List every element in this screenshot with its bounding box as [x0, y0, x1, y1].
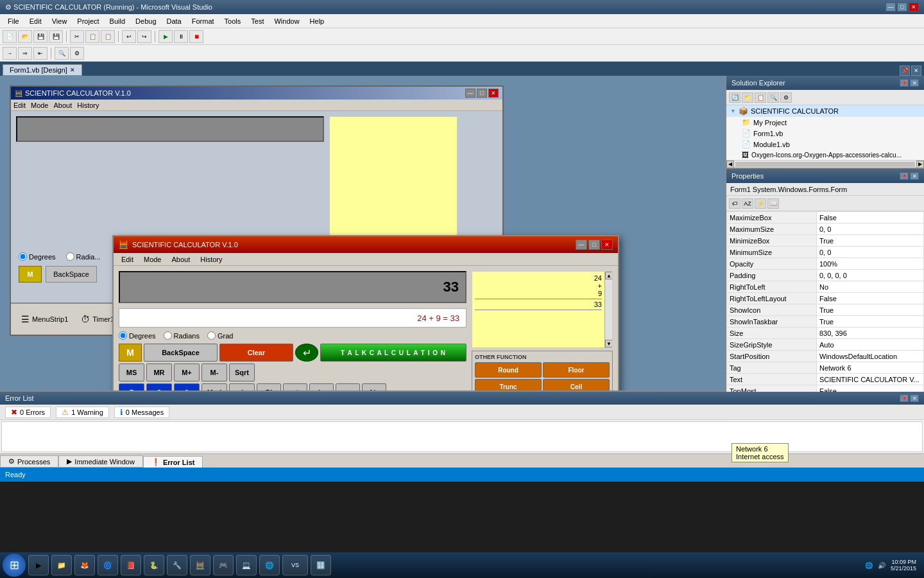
menu-test[interactable]: Test — [246, 16, 269, 26]
calc-menu-history[interactable]: History — [195, 254, 227, 265]
trunc-btn[interactable]: Trunc — [475, 379, 542, 390]
prop-value[interactable]: Network 6 — [817, 362, 924, 374]
scroll-down[interactable]: ▼ — [605, 340, 613, 347]
ex-btn[interactable]: eˣ — [283, 383, 307, 390]
bottom-close[interactable]: ✕ — [910, 394, 919, 402]
taskbar-xampp[interactable]: 🌐 — [259, 555, 280, 575]
bg-min[interactable]: — — [465, 89, 475, 98]
bg-m-btn[interactable]: M — [19, 266, 42, 283]
tb2-1[interactable]: → — [3, 47, 17, 60]
prop-value[interactable]: False — [817, 212, 924, 223]
tb-saveall[interactable]: 💾 — [49, 30, 63, 43]
prop-row[interactable]: ShowInTaskbarTrue — [727, 316, 924, 328]
prop-row[interactable]: ShowIconTrue — [727, 304, 924, 316]
hscroll-left[interactable]: ◀ — [726, 161, 734, 168]
se-close[interactable]: ✕ — [910, 79, 919, 87]
prop-row[interactable]: MinimizeBoxTrue — [727, 235, 924, 247]
calc-menu-edit[interactable]: Edit — [116, 254, 139, 265]
bg-degrees-radio[interactable] — [19, 252, 27, 261]
bg-close[interactable]: ✕ — [488, 89, 499, 98]
calc-maximize[interactable]: □ — [588, 240, 600, 250]
prop-row[interactable]: TagNetwork 6 — [727, 362, 924, 374]
mplus-btn[interactable]: M+ — [174, 363, 200, 381]
prop-row[interactable]: Opacity100% — [727, 258, 924, 270]
se-tb-5[interactable]: ⚙ — [780, 92, 792, 103]
menu-format[interactable]: Format — [187, 16, 219, 26]
active-tab[interactable]: Form1.vb [Design] ✕ — [3, 64, 82, 76]
tb-cut[interactable]: ✂ — [70, 30, 84, 43]
props-sort-cat[interactable]: 🏷 — [729, 198, 740, 209]
mod-btn[interactable]: Mod — [201, 383, 227, 390]
bg-radians-radio[interactable] — [66, 252, 74, 261]
radians-option[interactable]: Radians — [164, 331, 200, 340]
tb-run[interactable]: ▶ — [158, 30, 173, 43]
prop-value[interactable]: 0, 0, 0, 0 — [817, 270, 924, 281]
btn-9[interactable]: 9 — [174, 383, 200, 390]
scroll-up[interactable]: ▲ — [605, 272, 613, 279]
menu-project[interactable]: Project — [72, 16, 104, 26]
taskbar-calc[interactable]: 🧮 — [190, 555, 210, 575]
props-close[interactable]: ✕ — [910, 172, 919, 180]
start-button[interactable]: ⊞ — [3, 554, 26, 577]
e-btn[interactable]: e — [336, 383, 360, 390]
immediate-window-tab[interactable]: ▶ Immediate Window — [58, 455, 143, 468]
tb-open[interactable]: 📂 — [18, 30, 32, 43]
vs-minimize-btn[interactable]: — — [886, 3, 896, 12]
tb-copy[interactable]: 📋 — [85, 30, 99, 43]
tb-save[interactable]: 💾 — [33, 30, 47, 43]
tb-pause[interactable]: ⏸ — [174, 30, 188, 43]
bg-menu-history[interactable]: History — [77, 101, 99, 109]
taskbar-network[interactable]: 🌐 — [865, 562, 873, 569]
taskbar-app2[interactable]: 🔧 — [167, 555, 187, 575]
taskbar-vs[interactable]: VS — [282, 555, 308, 575]
calc-menu-mode[interactable]: Mode — [139, 254, 167, 265]
calc-menu-about[interactable]: About — [167, 254, 196, 265]
m-btn[interactable]: M — [119, 344, 142, 362]
tb2-4[interactable]: 🔍 — [55, 47, 69, 60]
taskbar-calc2[interactable]: 🔢 — [311, 555, 331, 575]
div-btn[interactable]: / — [229, 383, 255, 390]
menu-tools[interactable]: Tools — [219, 16, 246, 26]
tb-new[interactable]: 📄 — [3, 30, 17, 43]
ms-btn[interactable]: MS — [119, 363, 144, 381]
prop-value[interactable]: False — [817, 293, 924, 304]
prop-row[interactable]: MaximumSize0, 0 — [727, 223, 924, 235]
se-tb-1[interactable]: 🔄 — [729, 92, 740, 103]
tb-stop[interactable]: ⏹ — [189, 30, 203, 43]
prop-value[interactable]: True — [817, 235, 924, 247]
radians-radio[interactable] — [164, 331, 172, 340]
timer1-item[interactable]: ⏱ Timer1 — [81, 314, 114, 324]
btn-7[interactable]: 7 — [119, 383, 144, 390]
hscroll-track[interactable] — [735, 162, 915, 167]
tb-redo[interactable]: ↪ — [137, 30, 151, 43]
se-hscroll[interactable]: ◀ ▶ — [726, 160, 924, 168]
prop-row[interactable]: Size830, 396 — [727, 328, 924, 339]
round-btn[interactable]: Round — [475, 362, 542, 378]
taskbar-media[interactable]: ▶ — [28, 555, 49, 575]
props-sort-az[interactable]: AZ — [742, 198, 753, 209]
error-list-tab[interactable]: ❗ Error List — [143, 456, 203, 468]
tab-pin[interactable]: 📌 — [900, 66, 910, 76]
errors-badge[interactable]: ✖ 0 Errors — [5, 407, 51, 418]
bg-degrees-label[interactable]: Degrees — [19, 252, 56, 261]
vs-close-btn[interactable]: ✕ — [909, 3, 919, 12]
menu-build[interactable]: Build — [105, 16, 130, 26]
tb-paste[interactable]: 📋 — [101, 30, 115, 43]
menu-help[interactable]: Help — [305, 16, 330, 26]
degrees-option[interactable]: Degrees — [119, 331, 156, 340]
prop-value[interactable]: True — [817, 304, 924, 316]
taskbar-dev[interactable]: 💻 — [236, 555, 257, 575]
se-tb-2[interactable]: 📁 — [742, 92, 753, 103]
menu-file[interactable]: File — [3, 16, 24, 26]
prop-row[interactable]: RightToLeftNo — [727, 281, 924, 293]
prop-value[interactable]: 0, 0 — [817, 247, 924, 258]
prop-value[interactable]: 830, 396 — [817, 328, 924, 339]
history-scrollbar[interactable]: ▲ ▼ — [604, 272, 612, 347]
tb2-2[interactable]: ⇒ — [18, 47, 32, 60]
ceil-btn[interactable]: Ceil — [543, 379, 610, 390]
taskbar-app1[interactable]: 🌀 — [98, 555, 118, 575]
calc-minimize[interactable]: — — [576, 240, 587, 250]
se-oxygen[interactable]: 🖼 Oxygen-Icons.org-Oxygen-Apps-accessori… — [726, 150, 924, 160]
tb-undo[interactable]: ↩ — [122, 30, 136, 43]
tb2-3[interactable]: ⇤ — [33, 47, 47, 60]
